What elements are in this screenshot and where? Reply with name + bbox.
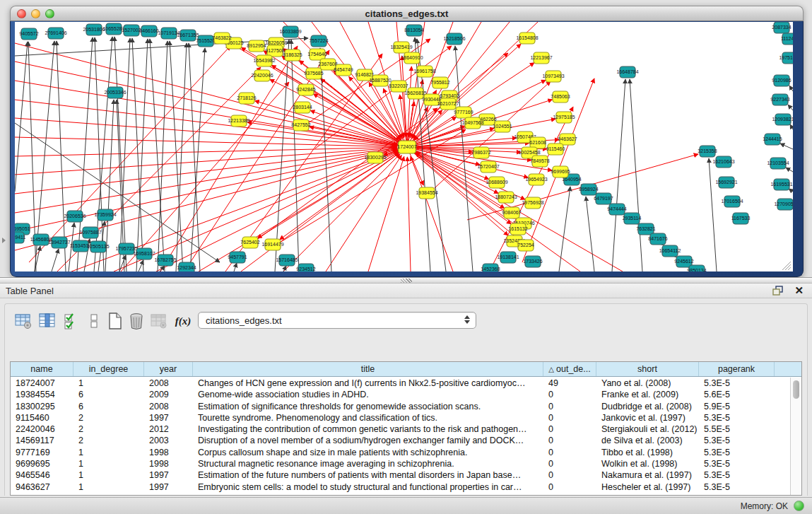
network-node[interactable]: 2803144 (293, 102, 312, 113)
network-node[interactable]: 12213967 (530, 52, 552, 64)
table-cell[interactable]: 0 (543, 401, 596, 412)
network-node[interactable]: 752254 (517, 240, 534, 251)
table-cell[interactable]: 49 (543, 378, 596, 389)
network-node[interactable]: 8454749 (334, 64, 353, 76)
table-row[interactable]: 1456911722003Disruption of a novel membe… (11, 435, 789, 446)
network-node[interactable]: 8427552 (291, 119, 310, 131)
table-cell[interactable]: 2012 (144, 424, 193, 435)
table-cell[interactable]: 1997 (144, 412, 193, 424)
table-cell[interactable]: 1 (73, 469, 144, 481)
network-node[interactable]: 9115460 (546, 144, 565, 155)
network-node[interactable]: 19751074 (779, 52, 793, 64)
network-node[interactable]: 17359924 (94, 209, 116, 221)
table-cell[interactable]: Disruption of a novel member of a sodium… (193, 435, 543, 446)
network-node[interactable]: 16782755 (154, 255, 176, 266)
table-cell[interactable]: 0 (543, 481, 596, 493)
table-cell[interactable]: Structural magnetic resonance image aver… (193, 458, 543, 469)
create-table-button[interactable] (105, 311, 125, 331)
table-row[interactable]: 1938455462009Genome-wide association stu… (11, 389, 789, 400)
table-row[interactable]: 1872400712008Changes of HCN gene express… (11, 378, 789, 389)
table-cell[interactable]: Corpus callosum shape and size in male p… (193, 447, 543, 458)
table-cell[interactable]: Stergiakouli et al. (2012) (596, 424, 699, 435)
column-header-pagerank[interactable]: pagerank (699, 362, 775, 376)
network-node[interactable]: 16961758 (413, 66, 435, 77)
network-node[interactable]: 1615132 (508, 223, 527, 235)
column-header-out_de[interactable]: △out_de... (543, 362, 596, 376)
table-cell[interactable]: 0 (543, 412, 596, 424)
table-cell[interactable]: 9465546 (11, 469, 73, 481)
float-panel-icon[interactable] (772, 286, 784, 296)
table-cell[interactable]: 5.3E-5 (699, 378, 775, 389)
table-cell[interactable]: 9699695 (11, 458, 73, 469)
select-all-rows-button[interactable] (61, 311, 81, 331)
network-node[interactable]: 2087334 (772, 22, 791, 33)
memory-status-icon[interactable] (794, 501, 804, 511)
table-cell[interactable]: 5.9E-5 (699, 401, 775, 412)
network-node[interactable]: 12709056 (774, 199, 793, 210)
network-node[interactable]: 12213389 (228, 115, 249, 127)
network-node[interactable]: 1167533 (731, 213, 751, 224)
network-node[interactable]: 9084067 (502, 207, 521, 218)
node-layer[interactable]: 9405572276914062053180610655287152700294… (15, 22, 793, 271)
network-node[interactable]: 9457791 (228, 252, 247, 263)
network-node[interactable]: 7849578 (530, 156, 549, 167)
network-node[interactable]: 10654112 (659, 245, 681, 257)
edit-column-button[interactable] (37, 311, 57, 331)
network-node[interactable]: 19756928 (522, 197, 543, 209)
table-cell[interactable]: Dudbridge et al. (2008) (596, 401, 699, 412)
table-cell[interactable]: Changes of HCN gene expression and I(f) … (193, 378, 543, 389)
table-cell[interactable]: Estimation of the future numbers of pati… (193, 469, 543, 481)
deselect-rows-button[interactable] (84, 311, 104, 331)
network-node[interactable]: 9120986 (772, 75, 791, 86)
network-node[interactable]: 20206536 (64, 211, 86, 222)
table-row[interactable]: 946362711997Embryonic stem cells: a mode… (11, 481, 789, 493)
table-cell[interactable]: 2009 (144, 389, 193, 400)
table-cell[interactable]: 14569117 (11, 435, 73, 446)
network-node[interactable]: 19138141 (497, 252, 519, 263)
table-cell[interactable]: 0 (543, 469, 596, 481)
column-header-short[interactable]: short (596, 362, 699, 376)
table-row[interactable]: 1830029562008Estimation of significance … (11, 401, 789, 412)
network-canvas[interactable]: 9405572276914062053180610655287152700294… (15, 22, 793, 271)
table-row[interactable]: 946554611997Estimation of the future num… (11, 469, 789, 481)
table-cell[interactable]: 18724007 (11, 378, 73, 389)
network-node[interactable]: 9227343 (770, 94, 789, 105)
table-cell[interactable]: 2003 (144, 435, 193, 446)
network-node[interactable]: 10497568 (461, 117, 483, 129)
network-node[interactable]: 10975887 (79, 227, 101, 238)
network-graph[interactable]: 9405572276914062053180610655287152700294… (15, 22, 793, 271)
network-node[interactable]: 9375685 (304, 68, 323, 79)
network-node[interactable]: 9466160 (139, 25, 158, 37)
network-window-titlebar[interactable]: citations_edges.txt (10, 6, 804, 21)
horizontal-splitter[interactable] (0, 277, 812, 284)
table-cell[interactable]: 5.6E-5 (699, 389, 775, 400)
table-cell[interactable]: 1 (73, 458, 144, 469)
network-node[interactable]: 15218506 (443, 33, 465, 45)
column-header-title[interactable]: title (193, 362, 543, 376)
network-node[interactable]: 9474444 (607, 204, 626, 215)
network-node[interactable]: 16543982 (253, 55, 275, 66)
network-node[interactable]: 3215358 (698, 146, 717, 157)
table-row[interactable]: 977716911998Corpus callosum shape and si… (11, 447, 789, 458)
table-cell[interactable]: 1 (73, 447, 144, 458)
network-node[interactable]: 16195531 (770, 179, 792, 190)
network-node[interactable]: 20531806 (83, 24, 105, 35)
table-cell[interactable]: 19384554 (11, 389, 73, 400)
table-cell[interactable]: 5.3E-5 (699, 447, 775, 458)
network-node[interactable]: 9850134 (687, 265, 706, 271)
network-node[interactable]: 7557224 (309, 35, 328, 47)
splitter-handle[interactable] (401, 279, 412, 283)
network-node[interactable]: 15720407 (477, 161, 499, 173)
network-node[interactable]: 6479197 (594, 193, 613, 204)
network-node[interactable]: 19384554 (416, 187, 437, 199)
table-cell[interactable]: 22420046 (11, 424, 73, 435)
table-cell[interactable]: 1997 (144, 469, 193, 481)
network-node[interactable]: 10688609 (486, 177, 507, 188)
network-node[interactable]: 15716485 (276, 255, 298, 266)
scrollbar-thumb[interactable] (793, 380, 799, 399)
network-node[interactable]: 8912954 (247, 40, 266, 52)
table-cell[interactable]: 2 (73, 435, 144, 446)
network-node[interactable]: 9234512 (296, 264, 315, 271)
network-node[interactable]: 8186325 (283, 49, 302, 61)
table-cell[interactable]: Estimation of significance thresholds fo… (193, 401, 543, 412)
